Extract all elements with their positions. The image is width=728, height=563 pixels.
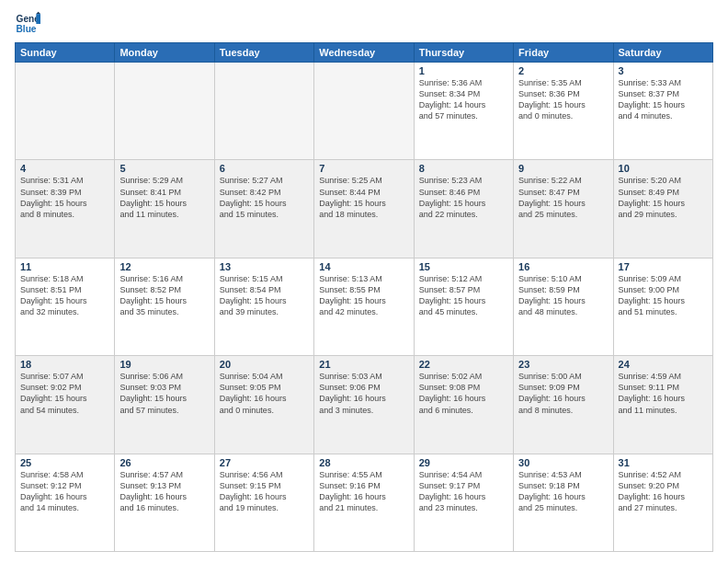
calendar-cell: 21Sunrise: 5:03 AM Sunset: 9:06 PM Dayli… xyxy=(314,356,414,454)
day-number: 15 xyxy=(419,261,508,272)
day-number: 11 xyxy=(20,261,109,272)
day-number: 31 xyxy=(619,457,708,468)
day-number: 8 xyxy=(419,163,508,174)
calendar-cell: 17Sunrise: 5:09 AM Sunset: 9:00 PM Dayli… xyxy=(613,258,712,355)
calendar-cell: 12Sunrise: 5:16 AM Sunset: 8:52 PM Dayli… xyxy=(115,258,214,355)
calendar-cell: 5Sunrise: 5:29 AM Sunset: 8:41 PM Daylig… xyxy=(115,160,214,258)
week-row-2: 4Sunrise: 5:31 AM Sunset: 8:39 PM Daylig… xyxy=(16,160,713,258)
page: General Blue SundayMondayTuesdayWednesda… xyxy=(0,0,728,563)
calendar-cell xyxy=(115,63,214,160)
calendar-table: SundayMondayTuesdayWednesdayThursdayFrid… xyxy=(15,42,713,552)
day-number: 19 xyxy=(119,359,209,370)
calendar-cell: 30Sunrise: 4:53 AM Sunset: 9:18 PM Dayli… xyxy=(514,454,613,551)
day-info: Sunrise: 5:25 AM Sunset: 8:44 PM Dayligh… xyxy=(319,175,408,220)
day-info: Sunrise: 4:53 AM Sunset: 9:18 PM Dayligh… xyxy=(518,469,608,514)
calendar-cell: 1Sunrise: 5:36 AM Sunset: 8:34 PM Daylig… xyxy=(414,63,513,160)
calendar-cell: 8Sunrise: 5:23 AM Sunset: 8:46 PM Daylig… xyxy=(414,160,513,258)
week-row-3: 11Sunrise: 5:18 AM Sunset: 8:51 PM Dayli… xyxy=(16,258,713,355)
header: General Blue xyxy=(15,11,713,37)
day-number: 20 xyxy=(220,359,309,370)
week-row-5: 25Sunrise: 4:58 AM Sunset: 9:12 PM Dayli… xyxy=(16,454,713,551)
calendar-cell xyxy=(214,63,313,160)
svg-marker-3 xyxy=(36,12,40,14)
calendar-cell: 26Sunrise: 4:57 AM Sunset: 9:13 PM Dayli… xyxy=(115,454,214,551)
day-info: Sunrise: 4:56 AM Sunset: 9:15 PM Dayligh… xyxy=(220,469,309,514)
day-number: 26 xyxy=(119,457,209,468)
day-info: Sunrise: 4:59 AM Sunset: 9:11 PM Dayligh… xyxy=(619,371,708,416)
day-number: 22 xyxy=(419,359,508,370)
day-number: 3 xyxy=(619,65,708,76)
logo: General Blue xyxy=(15,11,40,37)
day-number: 6 xyxy=(220,163,309,174)
logo-icon: General Blue xyxy=(15,11,40,37)
col-header-monday: Monday xyxy=(115,43,214,63)
col-header-wednesday: Wednesday xyxy=(314,43,414,63)
day-info: Sunrise: 5:16 AM Sunset: 8:52 PM Dayligh… xyxy=(119,273,209,318)
calendar-cell: 19Sunrise: 5:06 AM Sunset: 9:03 PM Dayli… xyxy=(115,356,214,454)
day-number: 16 xyxy=(518,261,608,272)
col-header-thursday: Thursday xyxy=(414,43,513,63)
day-info: Sunrise: 5:03 AM Sunset: 9:06 PM Dayligh… xyxy=(319,371,408,416)
day-number: 10 xyxy=(619,163,708,174)
calendar-cell: 24Sunrise: 4:59 AM Sunset: 9:11 PM Dayli… xyxy=(613,356,712,454)
day-number: 17 xyxy=(619,261,708,272)
day-info: Sunrise: 5:20 AM Sunset: 8:49 PM Dayligh… xyxy=(619,175,708,220)
calendar-cell: 7Sunrise: 5:25 AM Sunset: 8:44 PM Daylig… xyxy=(314,160,414,258)
calendar-cell xyxy=(16,63,115,160)
calendar-cell: 22Sunrise: 5:02 AM Sunset: 9:08 PM Dayli… xyxy=(414,356,513,454)
day-number: 25 xyxy=(20,457,109,468)
calendar-cell: 2Sunrise: 5:35 AM Sunset: 8:36 PM Daylig… xyxy=(514,63,613,160)
day-info: Sunrise: 5:31 AM Sunset: 8:39 PM Dayligh… xyxy=(20,175,109,220)
day-number: 1 xyxy=(419,65,508,76)
day-info: Sunrise: 5:35 AM Sunset: 8:36 PM Dayligh… xyxy=(518,77,608,122)
calendar-cell: 6Sunrise: 5:27 AM Sunset: 8:42 PM Daylig… xyxy=(214,160,313,258)
col-header-sunday: Sunday xyxy=(16,43,115,63)
calendar-cell: 3Sunrise: 5:33 AM Sunset: 8:37 PM Daylig… xyxy=(613,63,712,160)
day-info: Sunrise: 5:33 AM Sunset: 8:37 PM Dayligh… xyxy=(619,77,708,122)
day-number: 27 xyxy=(220,457,309,468)
day-info: Sunrise: 4:57 AM Sunset: 9:13 PM Dayligh… xyxy=(119,469,209,514)
day-number: 5 xyxy=(119,163,209,174)
calendar-cell: 28Sunrise: 4:55 AM Sunset: 9:16 PM Dayli… xyxy=(314,454,414,551)
svg-marker-2 xyxy=(36,14,40,24)
day-info: Sunrise: 5:22 AM Sunset: 8:47 PM Dayligh… xyxy=(518,175,608,220)
day-number: 28 xyxy=(319,457,408,468)
calendar-cell: 14Sunrise: 5:13 AM Sunset: 8:55 PM Dayli… xyxy=(314,258,414,355)
header-row: SundayMondayTuesdayWednesdayThursdayFrid… xyxy=(16,43,713,63)
calendar-cell: 27Sunrise: 4:56 AM Sunset: 9:15 PM Dayli… xyxy=(214,454,313,551)
day-number: 14 xyxy=(319,261,408,272)
calendar-cell: 4Sunrise: 5:31 AM Sunset: 8:39 PM Daylig… xyxy=(16,160,115,258)
day-info: Sunrise: 5:27 AM Sunset: 8:42 PM Dayligh… xyxy=(220,175,309,220)
svg-text:Blue: Blue xyxy=(17,24,37,34)
day-number: 2 xyxy=(518,65,608,76)
day-info: Sunrise: 5:07 AM Sunset: 9:02 PM Dayligh… xyxy=(20,371,109,416)
day-info: Sunrise: 5:06 AM Sunset: 9:03 PM Dayligh… xyxy=(119,371,209,416)
week-row-1: 1Sunrise: 5:36 AM Sunset: 8:34 PM Daylig… xyxy=(16,63,713,160)
day-number: 21 xyxy=(319,359,408,370)
day-number: 13 xyxy=(220,261,309,272)
day-number: 4 xyxy=(20,163,109,174)
calendar-cell: 31Sunrise: 4:52 AM Sunset: 9:20 PM Dayli… xyxy=(613,454,712,551)
day-number: 30 xyxy=(518,457,608,468)
week-row-4: 18Sunrise: 5:07 AM Sunset: 9:02 PM Dayli… xyxy=(16,356,713,454)
day-number: 9 xyxy=(518,163,608,174)
day-info: Sunrise: 5:18 AM Sunset: 8:51 PM Dayligh… xyxy=(20,273,109,318)
day-info: Sunrise: 5:00 AM Sunset: 9:09 PM Dayligh… xyxy=(518,371,608,416)
calendar-cell: 15Sunrise: 5:12 AM Sunset: 8:57 PM Dayli… xyxy=(414,258,513,355)
col-header-tuesday: Tuesday xyxy=(214,43,313,63)
day-info: Sunrise: 4:52 AM Sunset: 9:20 PM Dayligh… xyxy=(619,469,708,514)
calendar-cell: 29Sunrise: 4:54 AM Sunset: 9:17 PM Dayli… xyxy=(414,454,513,551)
day-info: Sunrise: 5:12 AM Sunset: 8:57 PM Dayligh… xyxy=(419,273,508,318)
day-number: 24 xyxy=(619,359,708,370)
day-info: Sunrise: 5:09 AM Sunset: 9:00 PM Dayligh… xyxy=(619,273,708,318)
calendar-cell: 10Sunrise: 5:20 AM Sunset: 8:49 PM Dayli… xyxy=(613,160,712,258)
day-info: Sunrise: 5:29 AM Sunset: 8:41 PM Dayligh… xyxy=(119,175,209,220)
calendar-cell: 9Sunrise: 5:22 AM Sunset: 8:47 PM Daylig… xyxy=(514,160,613,258)
calendar-cell: 18Sunrise: 5:07 AM Sunset: 9:02 PM Dayli… xyxy=(16,356,115,454)
day-info: Sunrise: 4:58 AM Sunset: 9:12 PM Dayligh… xyxy=(20,469,109,514)
day-info: Sunrise: 5:15 AM Sunset: 8:54 PM Dayligh… xyxy=(220,273,309,318)
day-info: Sunrise: 5:36 AM Sunset: 8:34 PM Dayligh… xyxy=(419,77,508,122)
day-number: 23 xyxy=(518,359,608,370)
day-info: Sunrise: 5:02 AM Sunset: 9:08 PM Dayligh… xyxy=(419,371,508,416)
calendar-cell: 13Sunrise: 5:15 AM Sunset: 8:54 PM Dayli… xyxy=(214,258,313,355)
